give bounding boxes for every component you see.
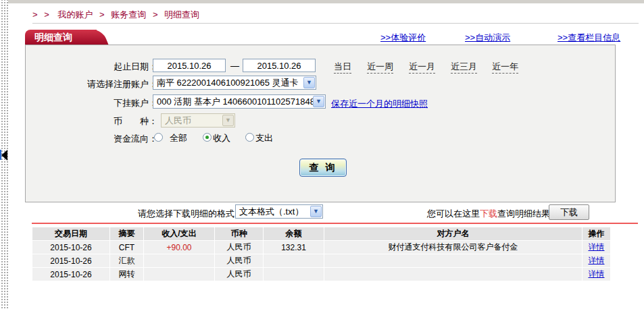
download-format-select[interactable]: 文本格式（.txt） ▼ [235, 204, 323, 219]
registered-account-label: 请选择注册账户： [56, 78, 157, 90]
download-format-value: 文本格式（.txt） [239, 206, 303, 217]
page-title: 明细查询 [34, 32, 72, 43]
col-header-action: 操作 [583, 227, 610, 240]
registered-account-select[interactable]: 南平 6222001406100921065 灵通卡 ▼ [153, 76, 316, 90]
quick-range-year[interactable]: 近一年 [492, 61, 518, 74]
breadcrumb-separator: > [153, 9, 158, 20]
download-hint-before: 您可以在这里 [427, 208, 480, 219]
cell-amount [144, 268, 215, 281]
detail-link[interactable]: 详情 [589, 269, 605, 280]
link-view-column-info[interactable]: >>查看栏目信息 [558, 32, 620, 44]
registered-account-value: 南平 6222001406100921065 灵通卡 [157, 78, 299, 88]
download-hint: 您可以在这里下载查询明细结果 [427, 208, 550, 220]
top-divider-bar [8, 0, 644, 3]
detail-link[interactable]: 详情 [589, 255, 605, 266]
breadcrumb-item-detail-query[interactable]: 明细查询 [164, 9, 199, 20]
cell-counterparty [324, 268, 583, 281]
quick-range-week[interactable]: 近一周 [367, 61, 393, 74]
currency-select: 人民币 ▼ [161, 113, 235, 128]
cell-amount [144, 254, 215, 267]
sub-account-label: 下挂账户： [56, 97, 157, 109]
chevron-down-icon: ▼ [303, 77, 315, 88]
col-header-summary: 摘要 [110, 227, 144, 240]
query-button[interactable]: 查 询 [299, 159, 347, 177]
link-auto-demo[interactable]: >>自动演示 [465, 32, 510, 44]
radio-income-label[interactable]: 收入 [213, 132, 230, 144]
cell-amount: +90.00 [144, 241, 215, 254]
breadcrumb-separator: > [99, 9, 105, 20]
table-header-row: 交易日期 摘要 收入/支出 币种 余额 对方户名 操作 [32, 227, 610, 240]
cell-currency: 人民币 [215, 268, 264, 281]
collapse-left-arrow-icon [1, 150, 7, 161]
breadcrumb-item-my-account[interactable]: 我的账户 [57, 9, 93, 20]
fund-flow-label: 资金流向： [56, 133, 157, 145]
detail-link[interactable]: 详情 [589, 242, 605, 253]
quick-range-month[interactable]: 近一月 [409, 61, 435, 74]
sidebar-collapse-handle[interactable] [0, 149, 9, 161]
table-row: 2015-10-26 CFT +90.00 人民币 132.31 财付通支付科技… [32, 241, 610, 254]
sub-account-select[interactable]: 000 活期 基本户 1406600101102571848 ▼ [153, 94, 326, 109]
currency-value: 人民币 [165, 115, 191, 125]
col-header-counterparty: 对方户名 [324, 227, 583, 240]
sub-account-value: 000 活期 基本户 1406600101102571848 [157, 96, 315, 107]
save-snapshot-link[interactable]: 保存近一个月的明细快照 [331, 98, 428, 110]
chevron-down-icon: ▼ [222, 115, 234, 126]
page-title-tab: 明细查询 [25, 30, 97, 45]
radio-expense[interactable] [245, 133, 254, 142]
date-to-input[interactable] [243, 59, 316, 72]
chevron-down-icon: ▼ [313, 96, 324, 107]
radio-expense-label[interactable]: 支出 [255, 132, 273, 144]
cell-summary: CFT [110, 241, 144, 254]
radio-all[interactable] [154, 133, 163, 142]
breadcrumb-prefix: > > [32, 9, 51, 20]
cell-balance: 132.31 [264, 241, 324, 254]
cell-balance [264, 254, 324, 267]
breadcrumb-divider [32, 23, 639, 24]
quick-range-3months[interactable]: 近三月 [451, 61, 477, 74]
cell-summary: 汇款 [110, 254, 144, 267]
results-table: 交易日期 摘要 收入/支出 币种 余额 对方户名 操作 2015-10-26 C… [32, 227, 610, 281]
cell-counterparty: 财付通支付科技有限公司客户备付金 [324, 241, 583, 254]
col-header-currency: 币种 [215, 227, 264, 240]
date-range-label: 起止日期： [56, 61, 157, 73]
currency-label: 币 种： [56, 115, 157, 128]
download-format-label: 请您选择下载明细的格式 [122, 208, 234, 220]
table-row: 2015-10-26 网转 人民币 详情 [32, 268, 610, 281]
col-header-amount: 收入/支出 [144, 227, 215, 240]
download-hint-red: 下载 [480, 208, 497, 219]
cell-balance [264, 268, 324, 281]
cell-counterparty [324, 254, 583, 267]
date-from-input[interactable] [153, 59, 226, 72]
table-row: 2015-10-26 汇款 人民币 详情 [32, 254, 610, 267]
red-divider [32, 223, 638, 224]
chevron-down-icon: ▼ [310, 206, 322, 217]
link-experience-rating[interactable]: >>体验评价 [380, 32, 426, 44]
radio-income[interactable] [203, 133, 212, 142]
page: > > 我的账户 > 账务查询 > 明细查询 明细查询 >>体验评价 >>自动演… [0, 0, 644, 309]
cell-date: 2015-10-26 [32, 268, 110, 281]
radio-all-label[interactable]: 全部 [170, 132, 187, 144]
col-header-date: 交易日期 [32, 227, 110, 240]
quick-range-today[interactable]: 当日 [334, 61, 351, 74]
breadcrumb: > > 我的账户 > 账务查询 > 明细查询 [32, 9, 199, 21]
date-dash: — [230, 61, 239, 71]
cell-date: 2015-10-26 [32, 254, 110, 267]
cell-currency: 人民币 [215, 254, 264, 267]
breadcrumb-item-account-query[interactable]: 账务查询 [111, 9, 146, 20]
download-hint-after: 查询明细结果 [497, 208, 550, 219]
cell-date: 2015-10-26 [32, 241, 110, 254]
download-button[interactable]: 下载 [549, 204, 589, 220]
cell-summary: 网转 [110, 268, 144, 281]
col-header-balance: 余额 [264, 227, 324, 240]
cell-currency: 人民币 [215, 241, 264, 254]
